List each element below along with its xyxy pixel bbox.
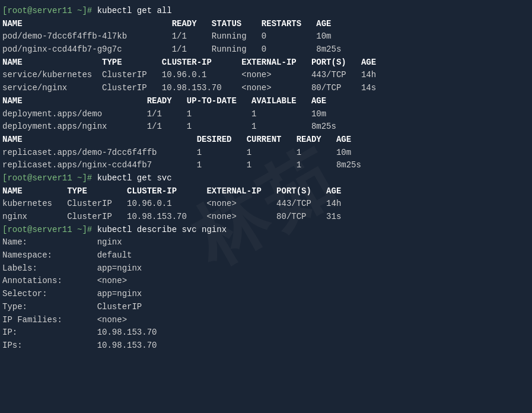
terminal-line: Namespace: default: [2, 249, 530, 262]
terminal-line: Labels: app=nginx: [2, 262, 530, 275]
terminal-line: service/kubernetes ClusterIP 10.96.0.1 <…: [2, 69, 530, 82]
prompt-text: [root@server11 ~]#: [2, 173, 97, 183]
prompt-text: [root@server11 ~]#: [2, 225, 97, 234]
terminal-line: [root@server11 ~]# kubectl get all: [2, 5, 530, 18]
command-text: kubectl describe svc nginx: [97, 225, 227, 234]
terminal-line: replicaset.apps/nginx-ccd44fb7 1 1 1 8m2…: [2, 159, 530, 172]
terminal-line: Name: nginx: [2, 236, 530, 249]
terminal-line: Annotations: <none>: [2, 275, 530, 288]
terminal-line: IP: 10.98.153.70: [2, 326, 530, 339]
prompt-text: [root@server11 ~]#: [2, 6, 97, 15]
terminal-line: service/nginx ClusterIP 10.98.153.70 <no…: [2, 82, 530, 95]
terminal-line: Type: ClusterIP: [2, 301, 530, 314]
terminal-line: NAME TYPE CLUSTER-IP EXTERNAL-IP PORT(S)…: [2, 185, 530, 198]
terminal-line: [root@server11 ~]# kubectl get svc: [2, 172, 530, 185]
terminal-line: nginx ClusterIP 10.98.153.70 <none> 80/T…: [2, 211, 530, 224]
command-text: kubectl get all: [97, 6, 172, 15]
terminal-line: deployment.apps/nginx 1/1 1 1 8m25s: [2, 120, 530, 134]
terminal-window[interactable]: 林茹 [root@server11 ~]# kubectl get allNAM…: [0, 0, 532, 413]
terminal-content: [root@server11 ~]# kubectl get allNAME R…: [2, 5, 530, 352]
terminal-line: NAME DESIRED CURRENT READY AGE: [2, 134, 530, 147]
terminal-line: NAME TYPE CLUSTER-IP EXTERNAL-IP PORT(S)…: [2, 56, 530, 69]
terminal-line: NAME READY STATUS RESTARTS AGE: [2, 18, 530, 31]
terminal-line: deployment.apps/demo 1/1 1 1 10m: [2, 108, 530, 121]
terminal-line: Selector: app=nginx: [2, 288, 530, 301]
terminal-line: [root@server11 ~]# kubectl describe svc …: [2, 224, 530, 237]
terminal-line: IPs: 10.98.153.70: [2, 339, 530, 352]
command-text: kubectl get svc: [97, 173, 172, 183]
terminal-line: IP Families: <none>: [2, 314, 530, 327]
terminal-line: replicaset.apps/demo-7dcc6f4ffb 1 1 1 10…: [2, 147, 530, 160]
terminal-line: kubernetes ClusterIP 10.96.0.1 <none> 44…: [2, 198, 530, 211]
terminal-line: pod/nginx-ccd44fb7-g9g7c 1/1 Running 0 8…: [2, 43, 530, 56]
terminal-line: NAME READY UP-TO-DATE AVAILABLE AGE: [2, 95, 530, 108]
terminal-line: pod/demo-7dcc6f4ffb-4l7kb 1/1 Running 0 …: [2, 30, 530, 43]
